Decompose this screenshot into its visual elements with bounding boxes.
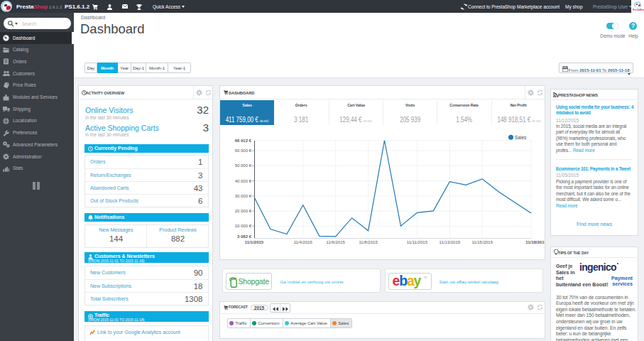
svg-text:11/18/2015: 11/18/2015: [525, 240, 545, 244]
svg-text:3 082 €: 3 082 €: [237, 234, 252, 239]
svg-text:10 000 €: 10 000 €: [235, 224, 252, 228]
svg-text:66 912 €: 66 912 €: [235, 139, 252, 143]
svg-text:11/15/2015: 11/15/2015: [471, 240, 493, 244]
svg-text:Sales: Sales: [515, 135, 527, 140]
svg-text:11/11/2015: 11/11/2015: [407, 240, 428, 244]
svg-text:11/13/2015: 11/13/2015: [440, 240, 461, 244]
svg-text:11/8/2015: 11/8/2015: [359, 240, 378, 244]
svg-text:40 000 €: 40 000 €: [235, 179, 252, 183]
svg-text:50 000 €: 50 000 €: [235, 163, 252, 168]
svg-text:11/4/2015: 11/4/2015: [294, 240, 313, 244]
svg-text:30 000 €: 30 000 €: [235, 194, 252, 198]
svg-text:20 000 €: 20 000 €: [235, 209, 252, 213]
svg-text:11/6/2015: 11/6/2015: [327, 240, 346, 244]
svg-text:11/1/2015: 11/1/2015: [245, 240, 264, 244]
svg-text:60 000 €: 60 000 €: [235, 148, 252, 153]
